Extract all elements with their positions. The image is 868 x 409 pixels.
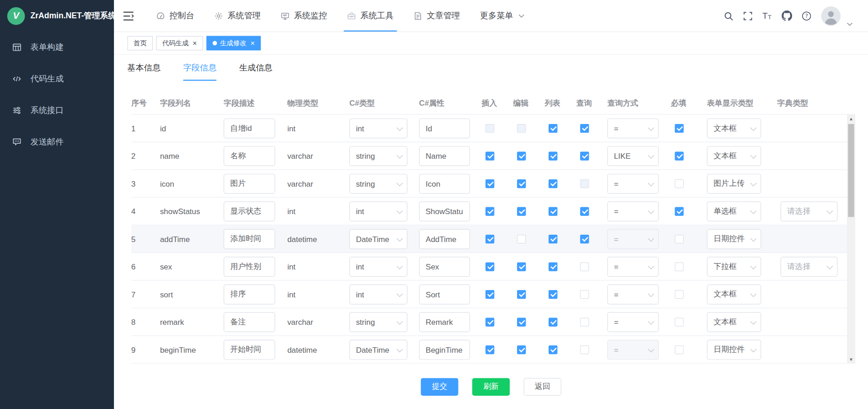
csharp-property-input[interactable]: [419, 118, 470, 138]
query-checkbox[interactable]: [580, 290, 589, 298]
required-checkbox[interactable]: [675, 124, 684, 132]
display-type-select[interactable]: 单选框: [707, 201, 761, 221]
description-input[interactable]: [224, 339, 275, 360]
display-type-select[interactable]: 图片上传: [707, 173, 761, 194]
list-checkbox[interactable]: [549, 207, 557, 215]
display-type-select[interactable]: 下拉框: [707, 257, 761, 277]
list-checkbox[interactable]: [549, 151, 557, 160]
description-input[interactable]: [224, 257, 275, 277]
csharp-property-input[interactable]: [419, 339, 470, 360]
query-checkbox[interactable]: [580, 124, 589, 132]
list-checkbox[interactable]: [549, 262, 557, 271]
query-method-select[interactable]: LIKE: [607, 146, 659, 166]
query-checkbox[interactable]: [580, 318, 589, 326]
display-type-select[interactable]: 日期控件: [707, 229, 761, 249]
query-checkbox[interactable]: [580, 207, 589, 215]
query-method-select[interactable]: =: [607, 312, 659, 332]
csharp-property-input[interactable]: [419, 257, 470, 277]
sidebar-item[interactable]: 系统接口: [0, 95, 114, 126]
insert-checkbox[interactable]: [485, 345, 494, 354]
csharp-type-select[interactable]: string: [349, 173, 407, 194]
list-checkbox[interactable]: [549, 234, 557, 243]
refresh-button[interactable]: 刷新: [472, 378, 510, 396]
query-checkbox[interactable]: [580, 262, 589, 271]
required-checkbox[interactable]: [675, 207, 684, 215]
close-icon[interactable]: ×: [251, 40, 255, 47]
csharp-property-input[interactable]: [419, 284, 470, 304]
query-method-select[interactable]: =: [607, 118, 659, 138]
display-type-select[interactable]: 文本框: [707, 312, 761, 332]
dict-type-select[interactable]: 请选择: [781, 201, 838, 221]
dict-type-select[interactable]: 请选择: [781, 257, 838, 277]
description-input[interactable]: [224, 284, 275, 304]
user-avatar[interactable]: [821, 6, 841, 26]
description-input[interactable]: [224, 173, 275, 194]
description-input[interactable]: [224, 201, 275, 221]
query-checkbox[interactable]: [580, 179, 589, 188]
sidebar-item[interactable]: 发送邮件: [0, 126, 114, 158]
close-icon[interactable]: ×: [193, 40, 197, 47]
query-method-select[interactable]: =: [607, 284, 659, 304]
list-checkbox[interactable]: [549, 290, 557, 298]
csharp-type-select[interactable]: int: [349, 118, 407, 138]
edit-checkbox[interactable]: [517, 234, 526, 243]
query-method-select[interactable]: =: [607, 173, 659, 194]
display-type-select[interactable]: 日期控件: [707, 339, 761, 360]
scrollbar-down-arrow[interactable]: ▼: [847, 355, 855, 364]
csharp-type-select[interactable]: int: [349, 201, 407, 221]
display-type-select[interactable]: 文本框: [707, 284, 761, 304]
submit-button[interactable]: 提交: [421, 378, 458, 396]
edit-checkbox[interactable]: [517, 124, 526, 132]
csharp-type-select[interactable]: DateTime: [349, 229, 407, 249]
required-checkbox[interactable]: [675, 345, 684, 354]
content-tab[interactable]: 字段信息: [183, 63, 216, 81]
list-checkbox[interactable]: [549, 124, 557, 132]
description-input[interactable]: [224, 312, 275, 332]
list-checkbox[interactable]: [549, 179, 557, 188]
tags-view-tab[interactable]: 代码生成×: [156, 36, 203, 50]
list-checkbox[interactable]: [549, 345, 557, 354]
query-method-select[interactable]: =: [607, 201, 659, 221]
nav-item[interactable]: 控制台: [146, 0, 204, 32]
required-checkbox[interactable]: [675, 290, 684, 298]
insert-checkbox[interactable]: [485, 318, 494, 326]
edit-checkbox[interactable]: [517, 345, 526, 354]
query-checkbox[interactable]: [580, 151, 589, 160]
insert-checkbox[interactable]: [485, 262, 494, 271]
content-tab[interactable]: 基本信息: [127, 63, 161, 81]
nav-item[interactable]: 系统监控: [271, 0, 337, 32]
insert-checkbox[interactable]: [485, 151, 494, 160]
query-checkbox[interactable]: [580, 234, 589, 243]
required-checkbox[interactable]: [675, 262, 684, 271]
sidebar-item[interactable]: 表单构建: [0, 32, 114, 63]
nav-item[interactable]: 文章管理: [404, 0, 470, 32]
table-scrollbar[interactable]: ▲ ▼: [847, 114, 855, 363]
help-icon[interactable]: ?: [802, 11, 812, 21]
insert-checkbox[interactable]: [485, 290, 494, 298]
fullscreen-icon[interactable]: [743, 11, 753, 21]
description-input[interactable]: [224, 146, 275, 166]
csharp-type-select[interactable]: int: [349, 284, 407, 304]
csharp-property-input[interactable]: [419, 229, 470, 249]
sidebar-toggle-icon[interactable]: [123, 11, 134, 21]
nav-item[interactable]: 系统工具: [337, 0, 404, 32]
nav-item[interactable]: 更多菜单: [470, 0, 534, 32]
sidebar-item[interactable]: 代码生成: [0, 63, 114, 95]
csharp-property-input[interactable]: [419, 201, 470, 221]
csharp-type-select[interactable]: string: [349, 312, 407, 332]
edit-checkbox[interactable]: [517, 179, 526, 188]
query-method-select[interactable]: =: [607, 257, 659, 277]
scrollbar-track[interactable]: [847, 123, 855, 355]
query-method-select[interactable]: =: [607, 339, 659, 360]
tags-view-tab[interactable]: 首页: [127, 36, 153, 50]
display-type-select[interactable]: 文本框: [707, 118, 761, 138]
csharp-type-select[interactable]: DateTime: [349, 339, 407, 360]
caret-down-icon[interactable]: [847, 22, 852, 26]
back-button[interactable]: 返回: [523, 378, 561, 396]
required-checkbox[interactable]: [675, 179, 684, 188]
scrollbar-thumb[interactable]: [848, 124, 854, 217]
search-icon[interactable]: [723, 11, 733, 21]
tags-view-tab[interactable]: 生成修改×: [206, 36, 261, 50]
insert-checkbox[interactable]: [485, 207, 494, 215]
required-checkbox[interactable]: [675, 151, 684, 160]
